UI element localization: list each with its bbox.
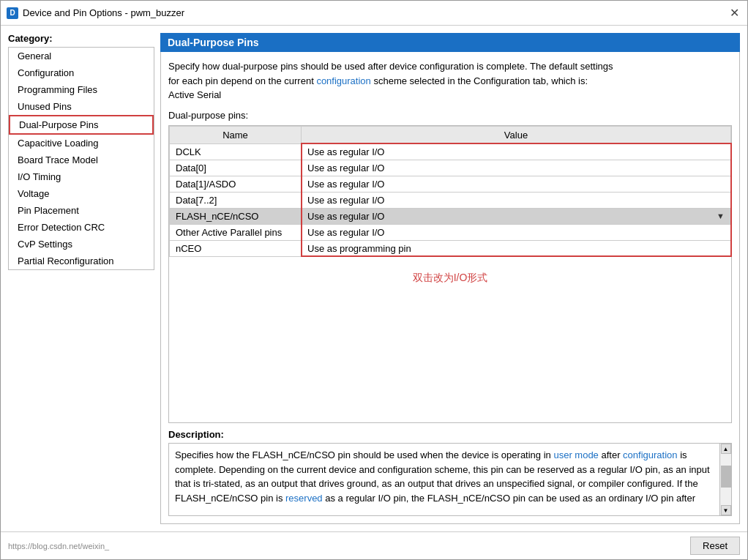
sidebar-item-cvp-settings[interactable]: CvP Settings: [9, 236, 154, 253]
sidebar-item-general[interactable]: General: [9, 48, 154, 64]
dual-purpose-label: Dual-purpose pins:: [168, 110, 732, 121]
desc-line3: Active Serial: [168, 89, 221, 100]
pin-name-cell: Data[1]/ASDO: [170, 176, 302, 192]
main-window: D Device and Pin Options - pwm_buzzer ✕ …: [0, 0, 748, 560]
desc-line2: for each pin depend on the current confi…: [168, 75, 588, 86]
watermark: https://blog.csdn.net/weixin_: [8, 542, 109, 550]
pin-value-cell: Use as regular I/O: [302, 143, 731, 160]
sidebar-item-error-detection-crc[interactable]: Error Detection CRC: [9, 219, 154, 236]
pin-value-cell[interactable]: Use as regular I/O▼: [302, 208, 731, 224]
pin-name-cell: DCLK: [170, 143, 302, 160]
sidebar-item-pin-placement[interactable]: Pin Placement: [9, 202, 154, 219]
bottom-bar: https://blog.csdn.net/weixin_ Reset: [1, 531, 747, 559]
sidebar-item-dual-purpose-pins[interactable]: Dual-Purpose Pins: [9, 115, 154, 135]
panel-body: Specify how dual-purpose pins should be …: [160, 52, 740, 524]
table-row[interactable]: Other Active Parallel pinsUse as regular…: [170, 224, 731, 240]
pin-name-cell: nCEO: [170, 240, 302, 256]
description-section: Description: Specifies how the FLASH_nCE…: [168, 429, 732, 516]
col-value-header: Value: [302, 126, 731, 143]
table-row[interactable]: Data[0]Use as regular I/O: [170, 160, 731, 176]
table-row[interactable]: nCEOUse as programming pin: [170, 240, 731, 256]
pins-table: Name Value DCLKUse as regular I/OData[0]…: [169, 126, 731, 257]
pin-name-cell: Data[7..2]: [170, 192, 302, 208]
sidebar-item-capacitive-loading[interactable]: Capacitive Loading: [9, 135, 154, 152]
sidebar: GeneralConfigurationProgramming FilesUnu…: [8, 47, 154, 270]
pin-value-cell: Use as programming pin: [302, 240, 731, 256]
pins-table-container: Name Value DCLKUse as regular I/OData[0]…: [168, 125, 732, 424]
panel-header: Dual-Purpose Pins: [160, 33, 740, 52]
table-row[interactable]: FLASH_nCE/nCSOUse as regular I/O▼: [170, 208, 731, 224]
sidebar-item-configuration[interactable]: Configuration: [9, 64, 154, 81]
scroll-down-button[interactable]: ▼: [721, 505, 731, 515]
sidebar-item-board-trace-model[interactable]: Board Trace Model: [9, 152, 154, 168]
window-title: Device and Pin Options - pwm_buzzer: [23, 7, 727, 18]
content-area: Category: GeneralConfigurationProgrammin…: [1, 26, 747, 531]
description-box: Specifies how the FLASH_nCE/nCSO pin sho…: [169, 444, 719, 515]
dropdown-arrow-icon[interactable]: ▼: [717, 212, 725, 220]
table-row[interactable]: Data[7..2]Use as regular I/O: [170, 192, 731, 208]
sidebar-item-partial-reconfiguration[interactable]: Partial Reconfiguration: [9, 253, 154, 269]
close-button[interactable]: ✕: [727, 6, 741, 20]
annotation-text: 双击改为I/O形式: [169, 257, 731, 299]
table-row[interactable]: DCLKUse as regular I/O: [170, 143, 731, 160]
sidebar-item-voltage[interactable]: Voltage: [9, 185, 154, 202]
description-label: Description:: [168, 429, 732, 440]
category-label: Category:: [8, 33, 154, 47]
description-box-wrapper: Specifies how the FLASH_nCE/nCSO pin sho…: [168, 443, 732, 516]
pin-value-cell: Use as regular I/O: [302, 192, 731, 208]
pin-value-cell: Use as regular I/O: [302, 160, 731, 176]
description-scrollbar[interactable]: ▲ ▼: [719, 444, 731, 515]
desc-line1: Specify how dual-purpose pins should be …: [168, 61, 613, 72]
reset-button[interactable]: Reset: [690, 537, 740, 555]
pin-value-cell: Use as regular I/O: [302, 224, 731, 240]
app-icon: D: [7, 7, 18, 19]
description-text: Specify how dual-purpose pins should be …: [168, 59, 732, 102]
pin-name-cell: Data[0]: [170, 160, 302, 176]
scroll-thumb[interactable]: [721, 466, 731, 488]
sidebar-item-io-timing[interactable]: I/O Timing: [9, 168, 154, 185]
table-row[interactable]: Data[1]/ASDOUse as regular I/O: [170, 176, 731, 192]
sidebar-item-programming-files[interactable]: Programming Files: [9, 81, 154, 98]
main-panel: Dual-Purpose Pins Specify how dual-purpo…: [160, 33, 740, 524]
title-bar: D Device and Pin Options - pwm_buzzer ✕: [1, 1, 747, 26]
col-name-header: Name: [170, 126, 302, 143]
sidebar-item-unused-pins[interactable]: Unused Pins: [9, 98, 154, 115]
scroll-up-button[interactable]: ▲: [721, 444, 731, 454]
pin-value-cell: Use as regular I/O: [302, 176, 731, 192]
pin-name-cell: Other Active Parallel pins: [170, 224, 302, 240]
pin-name-cell: FLASH_nCE/nCSO: [170, 208, 302, 224]
left-column: Category: GeneralConfigurationProgrammin…: [8, 33, 154, 524]
pins-table-wrapper: Name Value DCLKUse as regular I/OData[0]…: [168, 125, 732, 424]
